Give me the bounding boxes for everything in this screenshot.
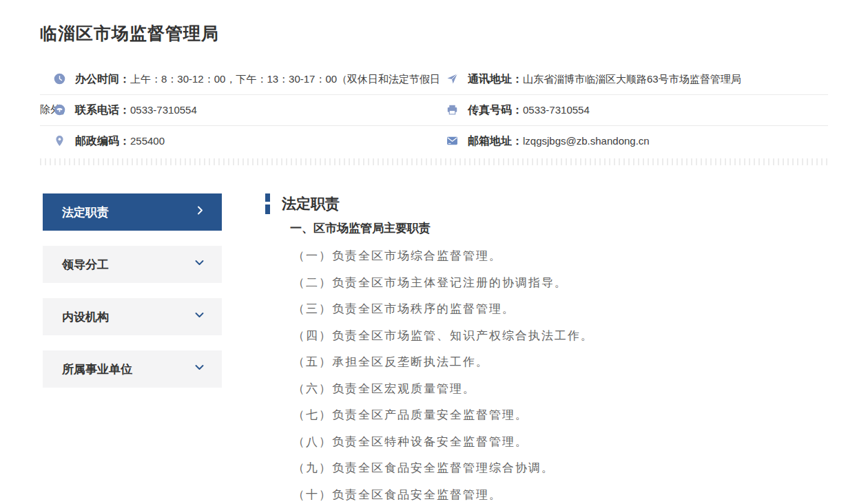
mail-icon xyxy=(446,128,458,140)
sidebar-item-label: 所属事业单位 xyxy=(62,361,132,377)
office-hours-item: 办公时间：上午：8：30-12：00，下午：13：30-17：00（双休日和法定… xyxy=(40,64,445,94)
phone-label: 联系电话： xyxy=(75,104,130,116)
sidebar-item-leadership[interactable]: 领导分工 xyxy=(43,246,222,283)
duties-list: （一）负责全区市场综合监督管理。 （二）负责全区市场主体登记注册的协调指导。 （… xyxy=(293,242,830,504)
address-value: 山东省淄博市临淄区大顺路63号市场监督管理局 xyxy=(523,73,741,85)
contact-row-1: 办公时间：上午：8：30-12：00，下午：13：30-17：00（双休日和法定… xyxy=(40,64,828,95)
list-item: （五）承担全区反垄断执法工作。 xyxy=(293,348,830,375)
list-item: （八）负责全区特种设备安全监督管理。 xyxy=(293,428,830,455)
list-item: （三）负责全区市场秩序的监督管理。 xyxy=(293,295,830,322)
section-heading: 法定职责 xyxy=(282,194,340,213)
chevron-down-icon xyxy=(194,362,205,376)
sidebar-item-internal-orgs[interactable]: 内设机构 xyxy=(43,298,222,335)
page-title: 临淄区市场监督管理局 xyxy=(0,0,868,45)
postcode-value: 255400 xyxy=(130,135,165,147)
phone-item: 联系电话：0533-7310554 xyxy=(40,95,445,125)
contact-row-3: 邮政编码：255400 邮箱地址：lzqgsjbgs@zb.shandong.c… xyxy=(40,126,828,156)
section-heading-row: 法定职责 xyxy=(265,193,830,214)
printer-icon xyxy=(446,97,458,109)
sidebar-item-label: 内设机构 xyxy=(62,309,109,325)
office-hours-label: 办公时间： xyxy=(75,73,130,85)
email-label: 邮箱地址： xyxy=(468,135,523,147)
clock-icon xyxy=(54,66,65,78)
section-subheading: 一、区市场监管局主要职责 xyxy=(290,220,830,236)
sidebar-item-label: 领导分工 xyxy=(62,257,109,273)
chevron-right-icon xyxy=(195,205,205,219)
email-value: lzqgsjbgs@zb.shandong.cn xyxy=(523,135,650,147)
sidebar-item-label: 法定职责 xyxy=(62,204,109,220)
email-item: 邮箱地址：lzqgsjbgs@zb.shandong.cn xyxy=(445,126,828,156)
contact-info-panel: 办公时间：上午：8：30-12：00，下午：13：30-17：00（双休日和法定… xyxy=(40,64,828,156)
postcode-item: 邮政编码：255400 xyxy=(40,126,445,156)
list-item: （九）负责全区食品安全监督管理综合协调。 xyxy=(293,454,830,481)
sidebar-nav: 法定职责 领导分工 内设机构 所属事业单位 xyxy=(43,193,222,504)
phone-icon xyxy=(54,97,65,109)
main-content: 法定职责 一、区市场监管局主要职责 （一）负责全区市场综合监督管理。 （二）负责… xyxy=(265,193,830,504)
heading-accent-bar-icon xyxy=(265,193,270,214)
list-item: （十）负责全区食品安全监督管理。 xyxy=(293,481,830,504)
map-pin-icon xyxy=(54,128,65,140)
postcode-label: 邮政编码： xyxy=(75,135,130,147)
chevron-down-icon xyxy=(194,310,205,324)
list-item: （七）负责全区产品质量安全监督管理。 xyxy=(293,401,830,428)
sidebar-item-statutory-duties[interactable]: 法定职责 xyxy=(43,193,222,231)
list-item: （二）负责全区市场主体登记注册的协调指导。 xyxy=(293,269,830,296)
contact-row-2: 联系电话：0533-7310554 传真号码：0533-7310554 xyxy=(40,95,828,126)
fax-value: 0533-7310554 xyxy=(523,104,590,116)
sidebar-item-affiliated-units[interactable]: 所属事业单位 xyxy=(43,350,222,388)
send-icon xyxy=(446,66,458,78)
dotted-divider xyxy=(40,158,828,165)
address-item: 通讯地址：山东省淄博市临淄区大顺路63号市场监督管理局 xyxy=(445,64,828,94)
address-label: 通讯地址： xyxy=(468,73,523,85)
fax-item: 传真号码：0533-7310554 xyxy=(445,95,828,125)
list-item: （六）负责全区宏观质量管理。 xyxy=(293,375,830,402)
list-item: （一）负责全区市场综合监督管理。 xyxy=(293,242,830,269)
list-item: （四）负责全区市场监管、知识产权综合执法工作。 xyxy=(293,322,830,349)
fax-label: 传真号码： xyxy=(468,104,523,116)
chevron-down-icon xyxy=(194,258,205,271)
phone-value: 0533-7310554 xyxy=(130,104,197,116)
